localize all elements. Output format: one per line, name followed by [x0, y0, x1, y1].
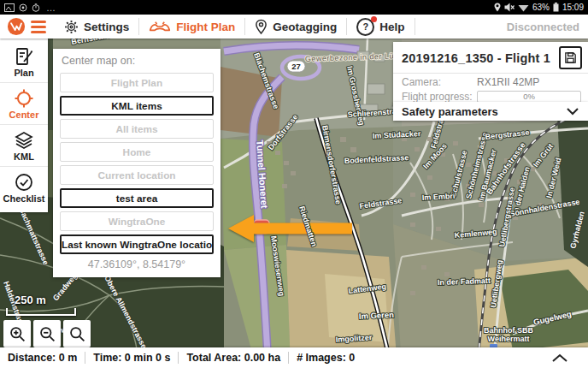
stat--images-: # Images: 0 — [297, 352, 355, 364]
left-sidebar: PlanCenterKMLChecklist — [0, 39, 48, 212]
overflow-dots-icon: … — [46, 3, 56, 13]
screenshot-icon — [4, 3, 15, 12]
svg-text:27: 27 — [291, 62, 301, 71]
center-map-panel: Center map on: Flight PlanKML itemsAll i… — [53, 49, 220, 277]
menu-icon[interactable] — [31, 21, 46, 33]
map-label: Bahnhof SBB — [484, 326, 533, 335]
app-screen: 27 Gewerbezone in der LüberzenBlächemstr… — [0, 0, 588, 368]
tab-flight-plan[interactable]: Flight Plan — [139, 15, 244, 39]
center-button-home[interactable]: Home — [60, 142, 214, 162]
plan-icon — [14, 46, 34, 67]
camera-label: Camera: — [402, 76, 477, 88]
stat-time-: Time: 0 min 0 s — [93, 352, 170, 364]
stat-total-area-: Total Area: 0.00 ha — [186, 352, 280, 364]
sidebar-item-plan[interactable]: Plan — [0, 41, 48, 82]
zoom-in-button[interactable] — [3, 320, 31, 347]
tab-geotagging-label: Geotagging — [273, 21, 337, 33]
help-notification-dot — [371, 16, 377, 22]
route-27-shield: 27 — [287, 61, 305, 72]
location-pin-icon — [494, 3, 501, 12]
battery-percent: 63% — [532, 3, 550, 12]
flight-info-panel: 20191216_1350 - Flight 1 Camera: RX1RII … — [393, 42, 588, 108]
map-scale-bar — [6, 308, 76, 316]
stat-divider — [288, 352, 289, 364]
search-icon — [68, 325, 86, 343]
flight-progress-label: Flight progress: — [402, 91, 477, 103]
app-toolbar: Settings Flight Plan Geotagging ? Help — [0, 15, 588, 39]
center-button-flight-plan[interactable]: Flight Plan — [60, 73, 214, 92]
map-label: Weihermatt — [488, 335, 530, 343]
center-button-list: Flight PlanKML itemsAll itemsHomeCurrent… — [60, 73, 214, 254]
center-button-test-area[interactable]: test area — [60, 188, 214, 208]
timer-icon — [32, 3, 40, 12]
zoom-in-icon — [9, 325, 26, 343]
sidebar-item-center[interactable]: Center — [0, 82, 48, 124]
zoom-out-icon — [38, 325, 56, 343]
collapse-panel-button[interactable] — [551, 353, 568, 363]
sidebar-item-label: KML — [14, 151, 34, 162]
sidebar-item-label: Plan — [14, 68, 33, 78]
center-button-wingtraone[interactable]: WingtraOne — [60, 211, 214, 231]
save-button[interactable] — [559, 46, 582, 69]
center-button-kml-items[interactable]: KML items — [60, 96, 214, 116]
tab-flight-plan-label: Flight Plan — [176, 21, 235, 33]
circle-app-icon — [19, 3, 27, 12]
map-label: Im Embri — [422, 192, 456, 202]
sidebar-item-label: Checklist — [3, 193, 45, 204]
tab-settings[interactable]: Settings — [55, 15, 138, 39]
sidebar-item-checklist[interactable]: Checklist — [0, 166, 48, 208]
stats-list: Distance: 0 mTime: 0 min 0 sTotal Area: … — [8, 352, 355, 364]
sidebar-item-label: Center — [9, 110, 39, 120]
volume-muted-icon — [504, 3, 514, 12]
flight-stats-bar: Distance: 0 mTime: 0 min 0 sTotal Area: … — [0, 347, 588, 368]
stat-divider — [85, 352, 85, 364]
camera-value: RX1RII 42MP — [477, 76, 539, 88]
flight-progress-bar: 0% — [477, 91, 581, 103]
center-icon — [14, 88, 34, 109]
chevron-up-icon — [551, 353, 568, 363]
safety-parameters-bar[interactable]: Safety parameters — [393, 102, 588, 121]
toolbar-divider — [415, 18, 415, 35]
map-scale-label: 250 m — [15, 294, 46, 306]
wingtra-logo-icon[interactable] — [7, 17, 26, 36]
center-button-current-location[interactable]: Current location — [60, 165, 214, 185]
center-panel-title: Center map on: — [62, 55, 214, 67]
center-button-last-known-wingtraone-location[interactable]: Last known WingtraOne location — [60, 234, 214, 254]
map-label: Im Geren — [359, 310, 395, 321]
tab-help-label: Help — [379, 21, 404, 33]
tab-settings-label: Settings — [84, 21, 129, 33]
wifi-icon — [518, 3, 529, 12]
kml-icon — [14, 130, 34, 151]
connection-status: Disconnected — [507, 21, 588, 33]
tab-geotagging[interactable]: Geotagging — [245, 15, 346, 39]
checklist-icon — [14, 172, 34, 193]
clock: 15:09 — [562, 3, 584, 12]
gear-icon — [64, 20, 79, 34]
tab-help[interactable]: ? Help — [347, 15, 414, 39]
geotag-pin-icon — [255, 19, 268, 35]
stat-distance-: Distance: 0 m — [8, 352, 77, 364]
save-icon — [563, 50, 578, 65]
android-status-bar: … 63% 15:09 — [0, 0, 588, 15]
sidebar-item-kml[interactable]: KML — [0, 124, 48, 166]
center-button-all-items[interactable]: All items — [60, 119, 214, 139]
safety-parameters-label: Safety parameters — [402, 105, 498, 118]
search-button[interactable] — [63, 320, 91, 347]
battery-icon — [553, 3, 559, 12]
chevron-down-icon — [566, 107, 579, 116]
flight-plan-icon — [149, 20, 171, 33]
stat-divider — [178, 352, 179, 364]
flight-title: 20191216_1350 - Flight 1 — [402, 51, 550, 65]
wingtra-coordinates: 47.36109°, 8.54179° — [60, 258, 214, 270]
zoom-out-button[interactable] — [33, 320, 61, 347]
